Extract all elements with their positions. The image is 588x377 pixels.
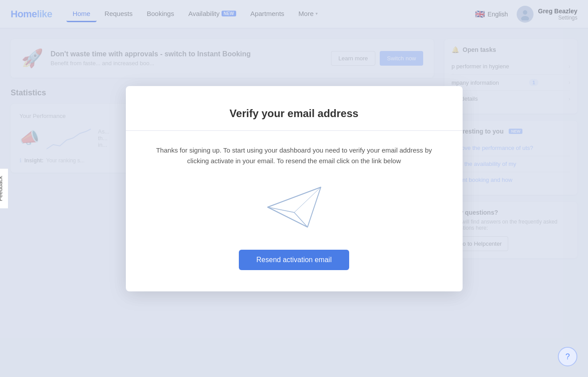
modal-text: Thanks for signing up. To start using yo… xyxy=(151,145,438,166)
svg-line-4 xyxy=(268,187,321,207)
feedback-label: Feedback xyxy=(0,176,4,201)
modal-divider xyxy=(126,130,463,131)
modal-title: Verify your email address xyxy=(151,107,438,130)
resend-activation-button[interactable]: Resend activation email xyxy=(239,250,350,270)
paper-plane-icon xyxy=(263,181,325,234)
modal-overlay: Verify your email address Thanks for sig… xyxy=(0,0,588,276)
svg-marker-2 xyxy=(268,187,321,227)
svg-marker-5 xyxy=(268,207,308,227)
feedback-tab[interactable]: Feedback xyxy=(0,168,8,208)
email-verify-modal: Verify your email address Thanks for sig… xyxy=(126,86,463,276)
